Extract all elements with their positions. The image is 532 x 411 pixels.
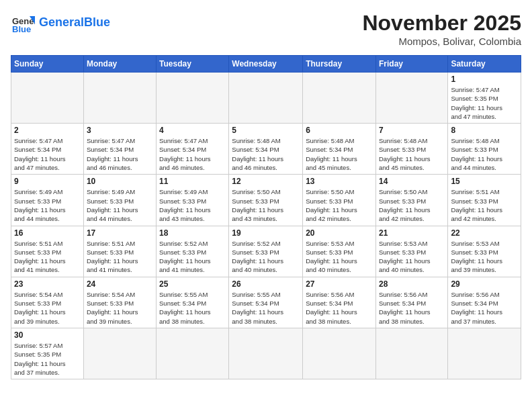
calendar-cell — [229, 73, 303, 124]
day-info: Sunrise: 5:52 AM Sunset: 5:33 PM Dayligh… — [159, 239, 226, 275]
calendar-cell — [448, 328, 521, 379]
calendar-cell: 25Sunrise: 5:55 AM Sunset: 5:34 PM Dayli… — [157, 277, 229, 328]
calendar-cell — [157, 73, 229, 124]
day-info: Sunrise: 5:51 AM Sunset: 5:33 PM Dayligh… — [14, 239, 81, 275]
calendar-cell: 1Sunrise: 5:47 AM Sunset: 5:35 PM Daylig… — [448, 73, 521, 124]
day-number: 16 — [14, 228, 81, 238]
logo-general: General — [39, 15, 84, 29]
day-info: Sunrise: 5:49 AM Sunset: 5:33 PM Dayligh… — [159, 187, 226, 223]
day-number: 15 — [451, 177, 518, 186]
calendar-cell — [157, 328, 229, 379]
day-info: Sunrise: 5:47 AM Sunset: 5:34 PM Dayligh… — [159, 136, 226, 172]
day-info: Sunrise: 5:48 AM Sunset: 5:34 PM Dayligh… — [232, 136, 300, 172]
calendar-cell: 18Sunrise: 5:52 AM Sunset: 5:33 PM Dayli… — [157, 226, 229, 277]
day-number: 6 — [306, 126, 373, 135]
calendar-cell: 14Sunrise: 5:50 AM Sunset: 5:33 PM Dayli… — [375, 175, 447, 226]
weekday-header-wednesday: Wednesday — [229, 56, 303, 73]
calendar-cell — [303, 328, 376, 379]
calendar-cell — [229, 328, 303, 379]
calendar-cell: 13Sunrise: 5:50 AM Sunset: 5:33 PM Dayli… — [303, 175, 376, 226]
calendar-cell: 20Sunrise: 5:53 AM Sunset: 5:33 PM Dayli… — [303, 226, 376, 277]
calendar-body: 1Sunrise: 5:47 AM Sunset: 5:35 PM Daylig… — [11, 73, 521, 379]
weekday-header-saturday: Saturday — [448, 56, 521, 73]
calendar-cell: 26Sunrise: 5:55 AM Sunset: 5:34 PM Dayli… — [229, 277, 303, 328]
day-number: 22 — [451, 228, 518, 238]
week-row-2: 2Sunrise: 5:47 AM Sunset: 5:34 PM Daylig… — [11, 124, 521, 175]
calendar-cell: 28Sunrise: 5:56 AM Sunset: 5:34 PM Dayli… — [375, 277, 447, 328]
day-info: Sunrise: 5:48 AM Sunset: 5:33 PM Dayligh… — [379, 136, 445, 172]
day-number: 19 — [232, 228, 300, 238]
day-number: 1 — [451, 75, 518, 84]
calendar-cell: 21Sunrise: 5:53 AM Sunset: 5:33 PM Dayli… — [375, 226, 447, 277]
day-number: 20 — [306, 228, 373, 238]
weekday-header-monday: Monday — [83, 56, 156, 73]
calendar-cell: 16Sunrise: 5:51 AM Sunset: 5:33 PM Dayli… — [11, 226, 84, 277]
day-info: Sunrise: 5:54 AM Sunset: 5:33 PM Dayligh… — [87, 290, 153, 326]
week-row-4: 16Sunrise: 5:51 AM Sunset: 5:33 PM Dayli… — [11, 226, 521, 277]
day-number: 9 — [14, 177, 81, 186]
day-info: Sunrise: 5:56 AM Sunset: 5:34 PM Dayligh… — [306, 290, 373, 326]
day-number: 14 — [379, 177, 445, 186]
day-info: Sunrise: 5:51 AM Sunset: 5:33 PM Dayligh… — [87, 239, 153, 275]
calendar-cell — [83, 328, 156, 379]
calendar-cell: 11Sunrise: 5:49 AM Sunset: 5:33 PM Dayli… — [157, 175, 229, 226]
weekday-header-sunday: Sunday — [11, 56, 84, 73]
logo-icon: General Blue — [11, 11, 35, 35]
logo-blue: Blue — [84, 15, 110, 29]
day-number: 17 — [87, 228, 153, 238]
day-info: Sunrise: 5:49 AM Sunset: 5:33 PM Dayligh… — [87, 187, 153, 223]
day-number: 30 — [14, 330, 81, 340]
day-number: 13 — [306, 177, 373, 186]
day-info: Sunrise: 5:52 AM Sunset: 5:33 PM Dayligh… — [232, 239, 300, 275]
day-info: Sunrise: 5:51 AM Sunset: 5:33 PM Dayligh… — [451, 187, 518, 223]
location-subtitle: Mompos, Bolivar, Colombia — [362, 36, 521, 47]
day-info: Sunrise: 5:47 AM Sunset: 5:34 PM Dayligh… — [87, 136, 153, 172]
page-header: General Blue GeneralBlue November 2025 M… — [11, 11, 521, 47]
calendar-cell: 3Sunrise: 5:47 AM Sunset: 5:34 PM Daylig… — [83, 124, 156, 175]
day-info: Sunrise: 5:53 AM Sunset: 5:33 PM Dayligh… — [451, 239, 518, 275]
day-info: Sunrise: 5:55 AM Sunset: 5:34 PM Dayligh… — [159, 290, 226, 326]
svg-text:Blue: Blue — [12, 24, 31, 34]
weekday-header-friday: Friday — [375, 56, 447, 73]
calendar-cell — [375, 73, 447, 124]
day-number: 10 — [87, 177, 153, 186]
calendar-cell: 6Sunrise: 5:48 AM Sunset: 5:34 PM Daylig… — [303, 124, 376, 175]
day-info: Sunrise: 5:47 AM Sunset: 5:35 PM Dayligh… — [451, 85, 518, 121]
logo: General Blue GeneralBlue — [11, 11, 110, 35]
day-number: 29 — [451, 279, 518, 289]
day-number: 12 — [232, 177, 300, 186]
week-row-3: 9Sunrise: 5:49 AM Sunset: 5:33 PM Daylig… — [11, 175, 521, 226]
day-number: 27 — [306, 279, 373, 289]
day-info: Sunrise: 5:53 AM Sunset: 5:33 PM Dayligh… — [379, 239, 445, 275]
day-number: 18 — [159, 228, 226, 238]
day-number: 23 — [14, 279, 81, 289]
day-info: Sunrise: 5:48 AM Sunset: 5:33 PM Dayligh… — [451, 136, 518, 172]
day-number: 7 — [379, 126, 445, 135]
calendar-cell: 9Sunrise: 5:49 AM Sunset: 5:33 PM Daylig… — [11, 175, 84, 226]
logo-wordmark: GeneralBlue — [39, 16, 110, 30]
day-info: Sunrise: 5:50 AM Sunset: 5:33 PM Dayligh… — [232, 187, 300, 223]
calendar-cell: 29Sunrise: 5:56 AM Sunset: 5:34 PM Dayli… — [448, 277, 521, 328]
calendar-cell: 17Sunrise: 5:51 AM Sunset: 5:33 PM Dayli… — [83, 226, 156, 277]
month-year-heading: November 2025 — [362, 11, 521, 36]
day-info: Sunrise: 5:48 AM Sunset: 5:34 PM Dayligh… — [306, 136, 373, 172]
calendar-cell: 4Sunrise: 5:47 AM Sunset: 5:34 PM Daylig… — [157, 124, 229, 175]
day-number: 25 — [159, 279, 226, 289]
week-row-6: 30Sunrise: 5:57 AM Sunset: 5:35 PM Dayli… — [11, 328, 521, 379]
calendar-table: SundayMondayTuesdayWednesdayThursdayFrid… — [11, 55, 521, 379]
calendar-header: SundayMondayTuesdayWednesdayThursdayFrid… — [11, 56, 521, 73]
day-number: 11 — [159, 177, 226, 186]
day-number: 21 — [379, 228, 445, 238]
day-number: 8 — [451, 126, 518, 135]
calendar-cell: 5Sunrise: 5:48 AM Sunset: 5:34 PM Daylig… — [229, 124, 303, 175]
calendar-cell — [83, 73, 156, 124]
calendar-cell — [11, 73, 84, 124]
calendar-cell: 12Sunrise: 5:50 AM Sunset: 5:33 PM Dayli… — [229, 175, 303, 226]
day-number: 24 — [87, 279, 153, 289]
weekday-header-tuesday: Tuesday — [157, 56, 229, 73]
weekday-header-row: SundayMondayTuesdayWednesdayThursdayFrid… — [11, 56, 521, 73]
week-row-5: 23Sunrise: 5:54 AM Sunset: 5:33 PM Dayli… — [11, 277, 521, 328]
title-block: November 2025 Mompos, Bolivar, Colombia — [362, 11, 521, 47]
day-number: 2 — [14, 126, 81, 135]
day-info: Sunrise: 5:49 AM Sunset: 5:33 PM Dayligh… — [14, 187, 81, 223]
